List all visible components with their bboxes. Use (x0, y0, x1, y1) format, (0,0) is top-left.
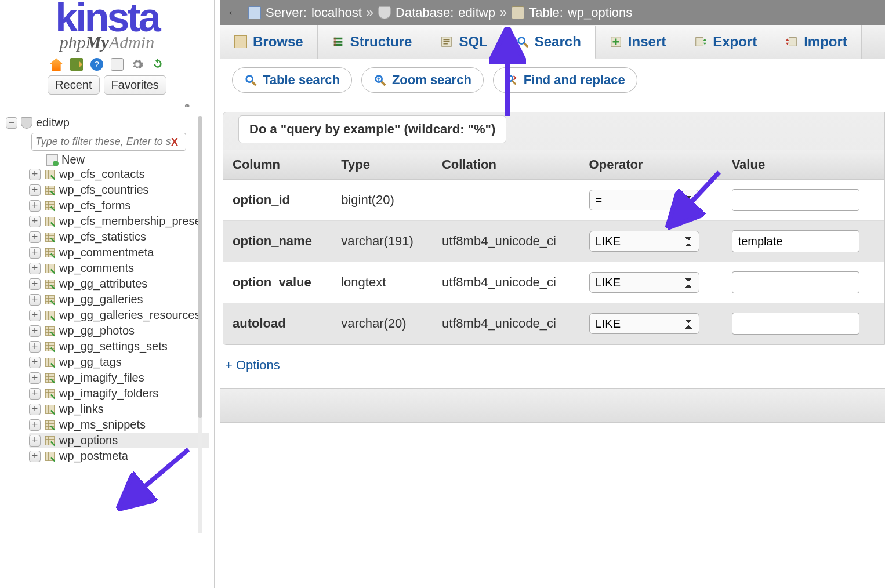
table-row-wp-imagify-folders[interactable]: wp_imagify_folders (29, 386, 209, 401)
docs-icon[interactable] (111, 58, 124, 71)
recent-favorites-toggle: Recent Favorites (0, 75, 214, 95)
home-icon[interactable] (50, 58, 63, 71)
help-icon[interactable]: ? (90, 58, 103, 71)
table-label: wp_gg_photos (59, 324, 135, 337)
subtab-table-search[interactable]: Table search (232, 67, 352, 93)
table-row-wp-options[interactable]: wp_options (29, 433, 209, 448)
logout-icon[interactable] (70, 58, 83, 71)
expand-icon[interactable] (29, 372, 41, 384)
svg-line-30 (512, 81, 516, 84)
value-input[interactable] (732, 271, 859, 293)
bc-table-label: Table: (529, 5, 563, 20)
operator-select[interactable]: LIKE (589, 231, 699, 252)
table-icon (44, 294, 56, 306)
expand-icon[interactable] (29, 388, 41, 400)
table-row-wp-links[interactable]: wp_links (29, 401, 209, 417)
value-input[interactable] (732, 189, 859, 211)
db-node[interactable]: editwp (6, 115, 209, 130)
expand-icon[interactable] (29, 310, 41, 321)
new-table-row[interactable]: New (6, 153, 209, 166)
subtab-zoom-search[interactable]: Zoom search (361, 67, 484, 93)
export-icon (694, 35, 707, 48)
svg-point-25 (246, 76, 253, 82)
new-table-label: New (61, 153, 85, 166)
table-row-wp-gg-attributes[interactable]: wp_gg_attributes (29, 276, 209, 292)
table-row-wp-cfs-forms[interactable]: wp_cfs_forms (29, 198, 209, 213)
table-row-wp-gg-photos[interactable]: wp_gg_photos (29, 323, 209, 339)
sublogo-suffix: Admin (109, 32, 154, 52)
table-label: wp_cfs_membership_prese (59, 215, 201, 228)
cell-operator: LIKE (580, 221, 723, 262)
table-row-wp-cfs-countries[interactable]: wp_cfs_countries (29, 182, 209, 198)
back-icon[interactable]: ← (226, 3, 241, 21)
new-table-icon (46, 154, 58, 166)
table-row-wp-postmeta[interactable]: wp_postmeta (29, 448, 209, 464)
tab-export[interactable]: Export (680, 25, 771, 59)
collapse-icon[interactable] (6, 117, 17, 129)
expand-icon[interactable] (29, 231, 41, 243)
operator-select[interactable]: LIKE (589, 313, 699, 334)
tab-sql[interactable]: SQL (426, 25, 502, 59)
expand-icon[interactable] (29, 435, 41, 447)
bc-table-value[interactable]: wp_options (568, 5, 632, 20)
table-row-wp-gg-tags[interactable]: wp_gg_tags (29, 354, 209, 370)
favorites-button[interactable]: Favorites (104, 75, 166, 95)
sidebar: Kinsta phpMyAdmin ? Recent Favorites ⚭ e… (0, 0, 215, 588)
options-link[interactable]: + Options (220, 345, 885, 383)
bc-server-value[interactable]: localhost (311, 5, 362, 20)
db-label[interactable]: editwp (36, 116, 70, 129)
tab-insert[interactable]: Insert (596, 25, 680, 59)
expand-icon[interactable] (29, 341, 41, 353)
table-label: wp_gg_galleries (59, 293, 143, 306)
recent-button[interactable]: Recent (48, 75, 99, 95)
table-row-wp-gg-galleries[interactable]: wp_gg_galleries (29, 292, 209, 307)
table-row-wp-gg-settings-sets[interactable]: wp_gg_settings_sets (29, 339, 209, 354)
bc-database-value[interactable]: editwp (458, 5, 495, 20)
filter-input[interactable] (31, 133, 186, 151)
sidebar-scrollbar[interactable] (198, 116, 202, 533)
expand-icon[interactable] (29, 216, 41, 227)
expand-icon[interactable] (29, 263, 41, 274)
operator-select[interactable]: LIKE (589, 272, 699, 293)
tab-structure[interactable]: Structure (318, 25, 427, 59)
value-input[interactable] (732, 230, 859, 252)
tab-search[interactable]: Search (502, 26, 596, 59)
expand-icon[interactable] (29, 357, 41, 368)
table-row-wp-comments[interactable]: wp_comments (29, 260, 209, 276)
search-row: autoloadvarchar(20)utf8mb4_unicode_ciLIK… (223, 303, 884, 344)
table-row-wp-cfs-contacts[interactable]: wp_cfs_contacts (29, 166, 209, 182)
expand-icon[interactable] (29, 325, 41, 337)
expand-icon[interactable] (29, 294, 41, 306)
expand-icon[interactable] (29, 184, 41, 196)
expand-icon[interactable] (29, 200, 41, 212)
tab-browse[interactable]: Browse (220, 25, 318, 59)
tab-import[interactable]: Import (771, 25, 862, 59)
expand-icon[interactable] (29, 247, 41, 259)
svg-point-20 (518, 38, 524, 44)
expand-icon[interactable] (29, 169, 41, 180)
reload-icon[interactable] (151, 58, 164, 71)
subtab-label: Table search (263, 72, 340, 88)
table-icon (512, 6, 524, 19)
expand-icon[interactable] (29, 278, 41, 290)
sidebar-toolbar: ? (0, 58, 214, 71)
table-row-wp-imagify-files[interactable]: wp_imagify_files (29, 370, 209, 386)
table-row-wp-gg-galleries-resources[interactable]: wp_gg_galleries_resources (29, 307, 209, 323)
table-row-wp-cfs-statistics[interactable]: wp_cfs_statistics (29, 229, 209, 245)
link-icon[interactable]: ⚭ (0, 100, 214, 111)
table-row-wp-cfs-membership-prese[interactable]: wp_cfs_membership_prese (29, 213, 209, 229)
operator-select[interactable]: = (589, 190, 699, 210)
bc-sep: » (367, 5, 373, 20)
subtab-label: Find and replace (524, 72, 625, 88)
clear-filter-icon[interactable]: X (171, 136, 178, 148)
value-input[interactable] (732, 313, 859, 335)
cell-column: autoload (223, 303, 332, 344)
expand-icon[interactable] (29, 419, 41, 431)
table-icon (44, 404, 56, 415)
expand-icon[interactable] (29, 404, 41, 415)
table-row-wp-commentmeta[interactable]: wp_commentmeta (29, 245, 209, 260)
expand-icon[interactable] (29, 451, 41, 462)
settings-icon[interactable] (131, 58, 144, 71)
table-row-wp-ms-snippets[interactable]: wp_ms_snippets (29, 417, 209, 433)
subtab-find-replace[interactable]: Find and replace (493, 67, 637, 93)
